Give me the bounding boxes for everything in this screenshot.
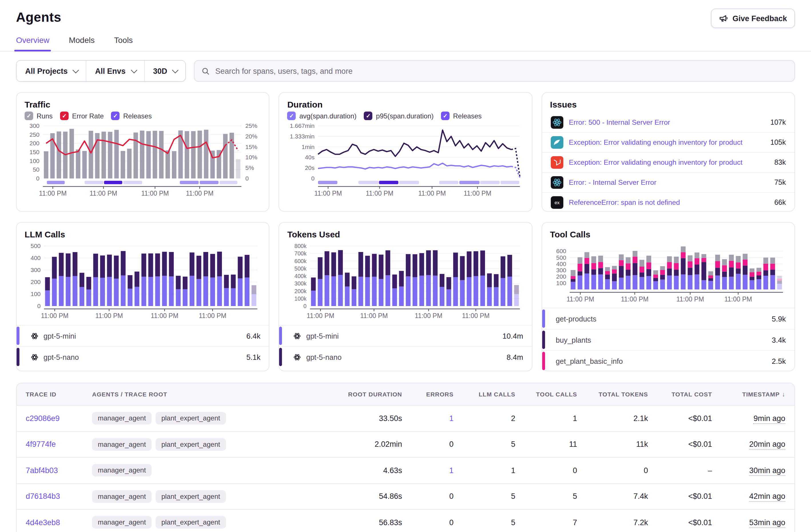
bar [480,250,485,306]
bar [687,255,692,289]
errors-link[interactable]: 1 [449,466,454,475]
legend-row[interactable]: get_plant_basic_info2.5k [542,350,794,371]
llm-calls-cell: 5 [459,440,521,449]
bar [147,131,151,179]
bar [102,132,106,179]
trace-id-link[interactable]: d76184b3 [26,492,60,501]
agent-chip: plant_expert_agent [156,412,226,425]
bar [729,255,734,289]
timestamp-cell: 30min ago [718,466,794,475]
svg-text:11:00 PM: 11:00 PM [360,312,388,319]
toggle-releases[interactable]: ✓Releases [441,111,481,120]
svg-text:11:00 PM: 11:00 PM [95,312,123,319]
legend-row[interactable]: buy_plants3.4k [542,329,794,350]
search-input[interactable]: Search for spans, users, tags, and more [194,60,795,82]
bar [392,275,397,306]
bar [358,252,364,306]
svg-text:200: 200 [29,140,40,147]
issue-count: 107k [770,118,786,126]
llm-calls-cell: 5 [459,492,521,501]
bar [134,271,139,306]
chevron-down-icon [131,67,137,74]
bar [107,255,112,306]
daterange-filter[interactable]: 30D [144,61,186,81]
toggle-releases[interactable]: ✓Releases [111,111,152,120]
agents-cell: manager_agentplant_expert_agent [86,412,322,425]
duration-title: Duration [287,100,524,109]
toggle-avg-span-duration-[interactable]: ✓avg(span.duration) [287,111,356,120]
give-feedback-button[interactable]: Give Feedback [710,9,795,28]
trace-id-link[interactable]: 7abf4b03 [26,466,58,475]
tokens-used-svg: 0100k200k300k400k500k600k700k800k11:00 P… [287,241,525,325]
trace-id-link[interactable]: 4f9774fe [26,440,56,449]
trace-id-link[interactable]: c29086e9 [26,414,60,423]
svg-text:100: 100 [556,280,566,286]
issue-row: Error: - Internal Server Error75k [542,173,794,193]
bar [149,254,153,306]
table-row: 4d4e3eb8manager_agentplant_expert_agent5… [17,510,794,532]
legend-row[interactable]: gpt-5-mini10.4m [279,325,532,346]
svg-text:1min: 1min [302,143,315,150]
bar [372,254,377,306]
agent-chip: manager_agent [92,412,152,425]
column-header-total-tokens[interactable]: TOTAL TOKENS [583,391,654,398]
errors-link[interactable]: 1 [449,414,454,423]
toggle-runs[interactable]: ✓Runs [25,111,52,120]
bar [366,256,370,306]
svg-text:15%: 15% [245,143,257,150]
column-header-agents-trace-root[interactable]: AGENTS / TRACE ROOT [86,391,322,398]
tab-overview[interactable]: Overview [16,35,49,51]
issue-link[interactable]: Error: - Internal Server Error [569,179,768,186]
svg-text:100: 100 [31,291,41,297]
bar [86,277,91,306]
legend-row[interactable]: gpt-5-nano5.1k [17,346,269,367]
legend-name: get_plant_basic_info [556,357,623,365]
tab-models[interactable]: Models [69,35,95,51]
issue-link[interactable]: Exception: Error validating enough inven… [569,158,768,166]
react-platform-icon [550,116,563,129]
column-header-llm-calls[interactable]: LLM CALLS [459,391,521,398]
llm-calls-title: LLM Calls [25,229,261,239]
timestamp-value: 20min ago [749,440,785,450]
svg-text:300: 300 [556,267,566,273]
toggle-error-rate[interactable]: ✓Error Rate [60,111,104,120]
bar [231,275,236,306]
svg-text:11:00 PM: 11:00 PM [464,189,492,197]
timestamp-cell: 9min ago [718,414,794,423]
bar [134,133,138,179]
env-filter[interactable]: All Envs [87,61,145,81]
bar [406,254,411,306]
column-header-timestamp[interactable]: TIMESTAMP↓ [718,391,794,398]
checkbox-icon: ✓ [111,111,120,120]
bar [680,246,686,289]
bar [121,251,125,306]
top-bar: Agents Give Feedback [0,0,811,28]
column-header-tool-calls[interactable]: TOOL CALLS [521,391,583,398]
bar [708,271,713,289]
issue-link[interactable]: Exception: Error validating enough inven… [569,138,764,147]
bar [172,151,177,179]
toggle-p95-span-duration-[interactable]: ✓p95(span.duration) [364,111,433,120]
issue-link[interactable]: ReferenceError: span is not defined [569,198,768,207]
svg-text:0: 0 [304,303,307,309]
issue-link[interactable]: Error: 500 - Internal Server Error [569,118,764,126]
legend-row[interactable]: gpt-5-mini6.4k [17,325,269,346]
tab-tools[interactable]: Tools [114,35,133,51]
legend-row[interactable]: gpt-5-nano8.4m [279,346,532,367]
column-header-errors[interactable]: ERRORS [408,391,459,398]
agent-chip: manager_agent [92,438,152,451]
column-header-trace-id[interactable]: TRACE ID [17,391,86,398]
bar [100,255,105,306]
trace-id-link[interactable]: 4d4e3eb8 [26,518,60,527]
bar [57,132,61,179]
env-filter-label: All Envs [95,67,126,75]
column-header-total-cost[interactable]: TOTAL COST [654,391,718,398]
bar [59,253,64,306]
bar [82,151,87,179]
table-row: d76184b3manager_agentplant_expert_agent5… [17,484,794,510]
legend-row[interactable]: get-products5.9k [542,308,794,329]
bar [515,285,519,306]
column-header-root-duration[interactable]: ROOT DURATION [322,391,408,398]
legend-count: 10.4m [502,332,523,340]
project-filter[interactable]: All Projects [17,61,87,81]
